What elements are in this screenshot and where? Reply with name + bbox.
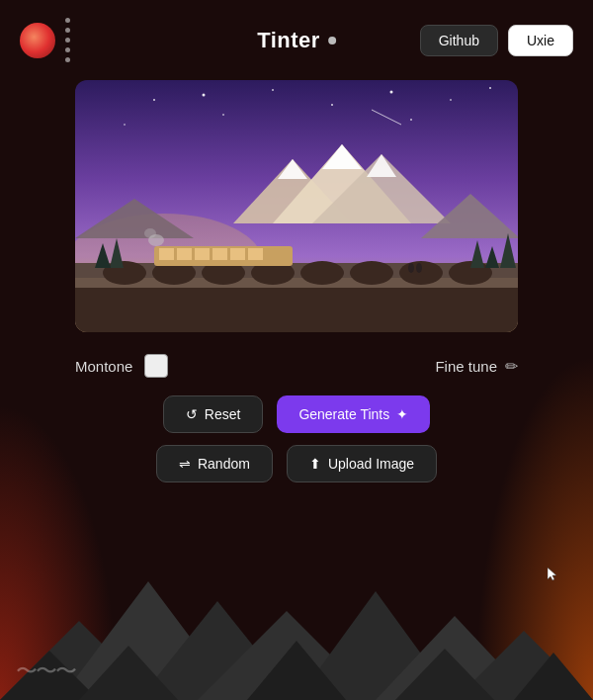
uxie-button[interactable]: Uxie <box>508 25 573 56</box>
svg-rect-47 <box>75 288 518 332</box>
svg-marker-59 <box>514 653 593 700</box>
montone-label: Montone <box>75 358 132 375</box>
svg-marker-49 <box>59 581 237 700</box>
svg-point-10 <box>410 119 412 121</box>
finetune-section[interactable]: Fine tune ✏ <box>435 357 518 376</box>
svg-point-27 <box>300 261 344 285</box>
generate-label: Generate Tints <box>298 406 389 422</box>
svg-marker-58 <box>395 649 494 700</box>
github-button[interactable]: Github <box>420 25 498 56</box>
svg-point-8 <box>489 87 491 89</box>
svg-point-9 <box>222 114 224 116</box>
svg-point-46 <box>416 263 422 273</box>
svg-marker-52 <box>296 591 455 700</box>
svg-marker-53 <box>376 616 534 700</box>
wave-decoration: 〜〜〜 <box>16 656 75 686</box>
svg-point-6 <box>390 91 393 94</box>
reset-label: Reset <box>205 406 241 422</box>
svg-point-28 <box>350 261 393 285</box>
svg-rect-32 <box>159 248 174 260</box>
svg-rect-33 <box>177 248 192 260</box>
svg-rect-37 <box>248 248 263 260</box>
generate-icon: ✦ <box>396 406 408 422</box>
sidebar-dots <box>65 14 70 66</box>
logo-icon <box>20 23 55 58</box>
svg-point-30 <box>449 261 492 285</box>
svg-marker-56 <box>79 646 178 700</box>
svg-point-2 <box>153 99 155 101</box>
cursor <box>548 568 557 581</box>
upload-label: Upload Image <box>328 456 414 472</box>
image-container <box>75 80 518 332</box>
pencil-icon: ✏ <box>505 357 518 376</box>
random-label: Random <box>198 456 250 472</box>
random-icon: ⇌ <box>179 456 191 472</box>
svg-point-11 <box>124 124 126 126</box>
montone-swatch[interactable] <box>144 354 168 378</box>
svg-rect-34 <box>195 248 210 260</box>
upload-icon: ⬆ <box>309 456 321 472</box>
generate-button[interactable]: Generate Tints ✦ <box>277 395 430 433</box>
svg-marker-54 <box>455 631 593 700</box>
svg-point-5 <box>331 104 333 106</box>
app-title: Tinter <box>257 28 320 53</box>
finetune-label: Fine tune <box>435 358 497 375</box>
svg-marker-50 <box>138 601 296 700</box>
reset-button[interactable]: ↺ Reset <box>163 395 264 433</box>
random-button[interactable]: ⇌ Random <box>156 445 273 482</box>
montone-section: Montone <box>75 354 168 378</box>
svg-point-3 <box>203 94 206 97</box>
svg-rect-36 <box>230 248 245 260</box>
svg-point-4 <box>272 89 274 91</box>
svg-point-39 <box>144 228 156 238</box>
svg-marker-51 <box>198 611 376 700</box>
upload-button[interactable]: ⬆ Upload Image <box>287 445 437 482</box>
svg-rect-35 <box>212 248 227 260</box>
svg-point-45 <box>408 263 414 273</box>
reset-icon: ↺ <box>186 406 198 422</box>
svg-point-7 <box>450 99 452 101</box>
svg-marker-57 <box>247 641 346 700</box>
title-dot <box>328 37 336 44</box>
